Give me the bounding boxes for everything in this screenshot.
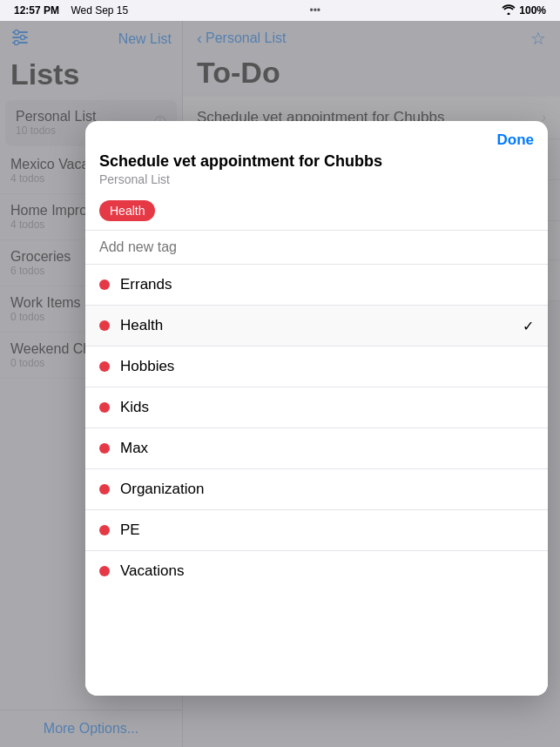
- tag-modal: Done Schedule vet appointment for Chubbs…: [85, 121, 548, 696]
- status-bar: 12:57 PM Wed Sep 15 ••• 100%: [0, 0, 560, 21]
- modal-header: Done: [85, 121, 548, 149]
- tag-search-input[interactable]: [99, 239, 534, 255]
- tag-list-item-1[interactable]: Health ✓: [85, 306, 548, 347]
- status-time: 12:57 PM Wed Sep 15: [14, 4, 128, 17]
- status-indicators: 100%: [502, 4, 546, 17]
- tag-search-row[interactable]: [85, 230, 548, 265]
- tag-name-6: PE: [120, 522, 534, 539]
- modal-task-title: Schedule vet appointment for Chubbs: [85, 149, 548, 172]
- tag-dot-5: [99, 484, 110, 495]
- modal-done-button[interactable]: Done: [497, 131, 535, 149]
- tag-list-item-5[interactable]: Organization: [85, 469, 548, 510]
- tag-dot-1: [99, 320, 110, 331]
- main-layout: New List Lists Personal List 10 todos ⓘ …: [0, 21, 560, 747]
- tag-list-item-6[interactable]: PE: [85, 510, 548, 551]
- tag-dot-2: [99, 361, 110, 372]
- tag-name-7: Vacations: [120, 562, 534, 580]
- tag-check-1: ✓: [523, 318, 534, 334]
- modal-task-subtitle: Personal List: [85, 172, 548, 195]
- modal-spacer: [85, 591, 548, 696]
- tag-name-4: Max: [120, 440, 534, 457]
- tag-name-5: Organization: [120, 481, 534, 498]
- tags-list: Errands Health ✓ Hobbies Kids Max Organi…: [85, 265, 548, 591]
- tag-list-item-7[interactable]: Vacations: [85, 551, 548, 591]
- tag-dot-0: [99, 279, 110, 290]
- tag-name-0: Errands: [120, 276, 534, 293]
- tag-list-item-2[interactable]: Hobbies: [85, 347, 548, 387]
- tag-name-3: Kids: [120, 399, 534, 416]
- tag-dot-3: [99, 402, 110, 413]
- tag-name-1: Health: [120, 317, 523, 334]
- tag-dot-7: [99, 566, 110, 576]
- wifi-icon: [502, 4, 516, 17]
- tag-list-item-0[interactable]: Errands: [85, 265, 548, 306]
- active-tag-0[interactable]: Health: [99, 200, 155, 221]
- battery-text: 100%: [519, 4, 546, 17]
- tag-dot-6: [99, 525, 110, 535]
- tag-list-item-4[interactable]: Max: [85, 428, 548, 469]
- tag-name-2: Hobbies: [120, 358, 534, 375]
- tag-list-item-3[interactable]: Kids: [85, 387, 548, 428]
- status-dots: •••: [309, 4, 320, 17]
- active-tags-row: Health: [85, 195, 548, 230]
- tag-dot-4: [99, 443, 110, 454]
